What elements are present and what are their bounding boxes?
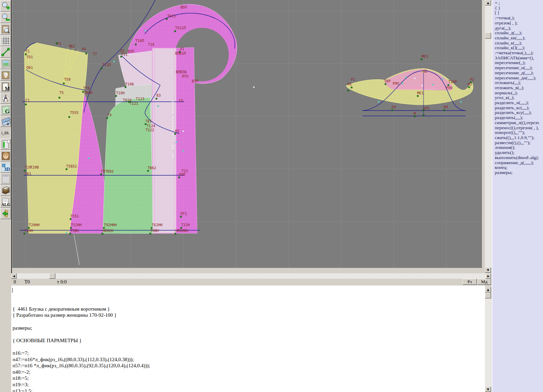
i66-button[interactable]: i_66. bbox=[0, 127, 11, 138]
zoom-out-button[interactable] bbox=[0, 12, 11, 23]
canvas-point[interactable] bbox=[69, 116, 70, 118]
canvas-point[interactable] bbox=[460, 101, 462, 102]
canvas-point[interactable] bbox=[392, 110, 393, 111]
g-doc-button[interactable]: G bbox=[0, 104, 11, 115]
command-item[interactable]: разделить_н(,,,,,); bbox=[495, 100, 543, 105]
canvas-point[interactable] bbox=[150, 233, 151, 234]
draft-button[interactable] bbox=[0, 93, 11, 104]
canvas-point[interactable] bbox=[351, 87, 352, 88]
rz-button[interactable]: Рз bbox=[463, 279, 477, 285]
m-doc-button[interactable]: M bbox=[0, 81, 11, 92]
canvas-point[interactable] bbox=[70, 218, 71, 220]
drawing-canvas[interactable]: длина бейки 373.00 см Т1ТО1ОБ1Т3ОБ244Т7Т… bbox=[12, 0, 482, 268]
canvas-point[interactable] bbox=[442, 78, 443, 79]
canvas-point[interactable] bbox=[174, 133, 176, 135]
canvas-hscroll-left[interactable]: ◀ bbox=[11, 273, 17, 279]
command-item[interactable]: сопряжение_д(,,,,,,); bbox=[495, 160, 543, 165]
command-item[interactable]: перенос((),отрезок( , ), bbox=[495, 125, 543, 131]
list-button[interactable] bbox=[0, 173, 11, 184]
canvas-point[interactable] bbox=[147, 170, 149, 172]
editor-vscroll-thumb[interactable] bbox=[485, 292, 491, 298]
canvas-vscroll-track[interactable] bbox=[485, 5, 491, 267]
command-item[interactable]: выполнить(dmod\.alg); bbox=[495, 155, 543, 160]
canvas-point[interactable] bbox=[125, 86, 126, 88]
canvas-point[interactable] bbox=[24, 170, 25, 171]
exit-button[interactable] bbox=[0, 208, 11, 219]
preview-button[interactable] bbox=[0, 23, 11, 35]
command-item[interactable]: = ; bbox=[495, 1, 543, 6]
command-panel[interactable]: = ;{ }[ ]:=точка(,);отрезок( , );дуга(,,… bbox=[491, 0, 543, 392]
canvas-point[interactable] bbox=[414, 116, 415, 117]
canvas-point[interactable] bbox=[101, 68, 102, 69]
canvas-vscroll-down[interactable]: ▼ bbox=[485, 267, 491, 273]
canvas-point[interactable] bbox=[66, 232, 67, 233]
canvas-point[interactable] bbox=[183, 150, 184, 152]
canvas-point[interactable] bbox=[156, 98, 157, 99]
command-item[interactable]: [ ] bbox=[495, 11, 543, 16]
books-button[interactable] bbox=[0, 185, 11, 196]
canvas-point[interactable] bbox=[423, 115, 424, 116]
canvas-hscroll-right[interactable]: ▶ bbox=[486, 273, 491, 279]
canvas-point[interactable] bbox=[175, 233, 176, 234]
canvas-point[interactable] bbox=[86, 53, 87, 54]
command-item[interactable]: разделить(,,,,); bbox=[495, 115, 543, 120]
canvas-point[interactable] bbox=[113, 61, 115, 62]
canvas-point[interactable] bbox=[107, 117, 108, 119]
command-item[interactable]: пересечение_дн(,,,,,); bbox=[495, 76, 543, 81]
canvas-vscroll-thumb[interactable] bbox=[485, 33, 491, 39]
command-item[interactable]: развести((),(),,,""); bbox=[495, 140, 543, 145]
command-item[interactable]: ЗАПИСАТЬ(имя=(), bbox=[495, 56, 543, 61]
editor-vscroll-down[interactable]: ▼ bbox=[485, 387, 491, 392]
command-item[interactable]: отложить_в(,,); bbox=[495, 85, 543, 91]
canvas-point[interactable] bbox=[444, 110, 445, 111]
zoom-in-button[interactable] bbox=[0, 0, 11, 12]
canvas-vscroll-up[interactable]: ▲ bbox=[485, 0, 491, 5]
command-item[interactable]: пересечение(,,); bbox=[495, 60, 543, 65]
command-item[interactable]: сжать((),,,1.1,0.9,""); bbox=[495, 135, 543, 140]
command-item[interactable]: отрезок( , ); bbox=[495, 21, 543, 26]
canvas-point[interactable] bbox=[385, 83, 386, 85]
command-item[interactable]: :=точка(,); bbox=[495, 16, 543, 21]
canvas-point[interactable] bbox=[66, 169, 67, 170]
canvas-point[interactable] bbox=[421, 59, 422, 60]
command-item[interactable]: дуга(,,,); bbox=[495, 26, 543, 31]
command-item[interactable]: сплайн_к(,,,,); bbox=[495, 41, 543, 46]
canvas-hscroll-thumb[interactable] bbox=[49, 273, 55, 279]
canvas-point[interactable] bbox=[180, 216, 182, 217]
canvas-point[interactable] bbox=[63, 83, 64, 84]
canvas-point[interactable] bbox=[402, 83, 403, 84]
editor-vscroll-up[interactable]: ▲ bbox=[485, 287, 491, 292]
command-item[interactable]: ломаная(); bbox=[495, 145, 543, 150]
command-item[interactable]: конец; bbox=[495, 165, 543, 170]
command-item[interactable]: размеры; bbox=[495, 170, 543, 175]
canvas-point[interactable] bbox=[145, 30, 146, 31]
ruler-button[interactable]: 8 bbox=[0, 116, 11, 127]
canvas-point[interactable] bbox=[253, 86, 255, 88]
command-item[interactable]: сплайн_к[](,,,,); bbox=[495, 45, 543, 51]
code-editor[interactable]: { 4461 Блузка с декоративным воротником … bbox=[11, 286, 485, 392]
canvas-point[interactable] bbox=[102, 233, 103, 234]
canvas-point[interactable] bbox=[166, 18, 167, 20]
canvas-point[interactable] bbox=[432, 84, 434, 85]
command-item[interactable]: пересечение_д(,,,,,); bbox=[495, 71, 543, 76]
canvas-point[interactable] bbox=[348, 90, 349, 91]
command-item[interactable]: отложить(,,,); bbox=[495, 80, 543, 85]
command-item[interactable]: угол_к(,,); bbox=[495, 95, 543, 100]
canvas-point[interactable] bbox=[88, 158, 90, 159]
canvas-point[interactable] bbox=[417, 95, 418, 97]
command-item[interactable]: :=метка(точка(,),,,,); bbox=[495, 51, 543, 56]
canvas-point[interactable] bbox=[405, 77, 407, 78]
command-item[interactable]: нормаль(,,); bbox=[495, 91, 543, 96]
canvas-point[interactable] bbox=[468, 86, 470, 88]
canvas-point[interactable] bbox=[157, 105, 159, 107]
grid-button[interactable] bbox=[0, 35, 11, 46]
canvas-point[interactable] bbox=[174, 31, 176, 32]
threed-button[interactable]: 3D bbox=[0, 162, 11, 173]
canvas-hscroll-track[interactable] bbox=[17, 273, 486, 279]
canvas-point[interactable] bbox=[115, 95, 117, 97]
command-item[interactable]: симметрия_л((),отрезо bbox=[495, 120, 543, 125]
command-item[interactable]: разделить_ксу(,,,,); bbox=[495, 110, 543, 115]
canvas-point[interactable] bbox=[378, 101, 379, 102]
pattern-button[interactable] bbox=[0, 70, 11, 81]
canvas-point[interactable] bbox=[135, 44, 136, 45]
